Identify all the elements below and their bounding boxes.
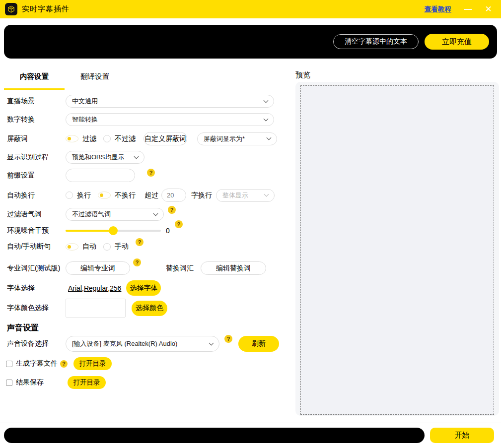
radio-manual[interactable] bbox=[103, 243, 111, 251]
show-process-select[interactable]: 预览和OBS均显示 bbox=[66, 151, 144, 164]
show-process-label: 显示识别过程 bbox=[7, 153, 66, 162]
radio-auto[interactable] bbox=[66, 243, 78, 251]
display-mode-value: 整体显示 bbox=[222, 191, 248, 200]
open-subtitle-dir-button[interactable]: 打开目录 bbox=[73, 357, 112, 370]
app-title: 实时字幕插件 bbox=[22, 4, 70, 14]
radio-no-wrap[interactable] bbox=[98, 192, 111, 199]
blocked-words-display-select[interactable]: 屏蔽词显示为* bbox=[197, 132, 277, 145]
start-button[interactable]: 开始 bbox=[430, 428, 494, 443]
sound-device-value: [输入设备] 麦克风 (Realtek(R) Audio) bbox=[72, 339, 177, 348]
sound-device-help-icon[interactable]: ? bbox=[224, 335, 232, 343]
row-noise: 环境噪音干预 0 ? bbox=[7, 224, 183, 237]
chevron-down-icon bbox=[264, 116, 269, 121]
subtitle-file-checkbox[interactable] bbox=[6, 361, 12, 367]
font-select-label: 字体选择 bbox=[7, 284, 66, 293]
preview-area bbox=[300, 85, 494, 415]
radio-wrap[interactable] bbox=[66, 192, 73, 199]
tutorial-link[interactable]: 查看教程 bbox=[425, 5, 451, 14]
edit-replace-words-button[interactable]: 编辑替换词 bbox=[201, 261, 266, 275]
tab-translate-settings[interactable]: 翻译设置 bbox=[65, 72, 125, 90]
number-convert-select[interactable]: 智能转换 bbox=[66, 113, 274, 126]
radio-manual-label: 手动 bbox=[115, 242, 129, 251]
result-save-label: 结果保存 bbox=[16, 378, 44, 387]
font-color-input[interactable] bbox=[66, 299, 126, 318]
sound-device-label: 声音设备选择 bbox=[7, 339, 66, 348]
noise-slider-fill bbox=[66, 230, 113, 232]
noise-slider-thumb[interactable] bbox=[109, 226, 118, 235]
live-scene-value: 中文通用 bbox=[72, 97, 98, 106]
row-auto-wrap: 自动换行 换行 不换行 超过 字换行 整体显示 bbox=[7, 189, 275, 202]
close-button[interactable]: ✕ bbox=[485, 5, 492, 13]
live-scene-select[interactable]: 中文通用 bbox=[66, 95, 274, 108]
radio-no-filter[interactable] bbox=[103, 135, 111, 142]
chevron-down-icon bbox=[153, 211, 158, 216]
chevron-down-icon bbox=[134, 154, 139, 159]
row-result-save: 结果保存 打开目录 bbox=[6, 376, 106, 389]
show-process-value: 预览和OBS均显示 bbox=[72, 153, 124, 162]
sound-section-title: 声音设置 bbox=[7, 323, 39, 333]
display-mode-select[interactable]: 整体显示 bbox=[216, 189, 275, 202]
prefix-help-icon[interactable]: ? bbox=[147, 169, 155, 177]
pro-words-help-icon[interactable]: ? bbox=[133, 258, 141, 266]
app-logo-icon bbox=[5, 3, 17, 15]
sound-device-select[interactable]: [输入设备] 麦克风 (Realtek(R) Audio) bbox=[66, 336, 219, 352]
noise-help-icon[interactable]: ? bbox=[175, 220, 183, 228]
live-scene-label: 直播场景 bbox=[7, 97, 66, 106]
top-banner: 清空字幕源中的文本 立即充值 bbox=[4, 25, 497, 59]
prefix-input[interactable] bbox=[66, 169, 135, 182]
row-show-process: 显示识别过程 预览和OBS均显示 bbox=[7, 151, 144, 164]
filler-words-select[interactable]: 不过滤语气词 bbox=[66, 208, 164, 221]
row-sound-device: 声音设备选择 [输入设备] 麦克风 (Realtek(R) Audio) ? 刷… bbox=[7, 336, 279, 352]
radio-wrap-label: 换行 bbox=[77, 191, 91, 200]
wrap-suffix-label: 字换行 bbox=[191, 191, 212, 200]
sentence-break-label: 自动/手动断句 bbox=[7, 242, 66, 251]
choose-font-button[interactable]: 选择字体 bbox=[126, 280, 161, 296]
open-result-dir-button[interactable]: 打开目录 bbox=[68, 376, 106, 389]
tab-content-settings[interactable]: 内容设置 bbox=[4, 72, 65, 90]
blocked-words-display-value: 屏蔽词显示为* bbox=[204, 134, 245, 143]
sentence-break-help-icon[interactable]: ? bbox=[136, 238, 143, 246]
chevron-down-icon bbox=[209, 340, 214, 345]
font-color-label: 字体颜色选择 bbox=[7, 304, 66, 313]
subtitle-file-label: 生成字幕文件 bbox=[16, 359, 58, 368]
row-blocked-words: 屏蔽词 过滤 不过滤 自定义屏蔽词 屏蔽词显示为* bbox=[7, 132, 277, 145]
radio-no-wrap-label: 不换行 bbox=[115, 191, 136, 200]
exceed-label: 超过 bbox=[144, 191, 158, 200]
edit-pro-words-button[interactable]: 编辑专业词 bbox=[66, 261, 130, 275]
exceed-count-input[interactable] bbox=[161, 189, 186, 202]
number-convert-value: 智能转换 bbox=[72, 115, 98, 124]
row-live-scene: 直播场景 中文通用 bbox=[7, 95, 274, 108]
noise-label: 环境噪音干预 bbox=[7, 226, 66, 235]
filler-words-help-icon[interactable]: ? bbox=[168, 206, 176, 214]
blocked-words-label: 屏蔽词 bbox=[7, 134, 66, 143]
refresh-button[interactable]: 刷新 bbox=[238, 336, 279, 352]
replace-words-label: 替换词汇 bbox=[166, 264, 194, 273]
subtitle-file-help-icon[interactable]: ? bbox=[60, 360, 68, 368]
noise-slider[interactable] bbox=[66, 230, 161, 232]
minimize-button[interactable]: — bbox=[464, 5, 472, 13]
preview-title: 预览 bbox=[295, 70, 310, 80]
filler-words-value: 不过滤语气词 bbox=[72, 210, 111, 219]
radio-filter-label: 过滤 bbox=[82, 134, 96, 143]
custom-blocked-words-button[interactable]: 自定义屏蔽词 bbox=[143, 132, 187, 145]
row-filler-words: 过滤语气词 不过滤语气词 ? bbox=[7, 208, 176, 221]
chevron-down-icon bbox=[267, 135, 272, 140]
clear-subtitle-source-button[interactable]: 清空字幕源中的文本 bbox=[333, 34, 419, 49]
choose-color-button[interactable]: 选择颜色 bbox=[132, 301, 167, 316]
chevron-down-icon bbox=[264, 98, 269, 103]
radio-no-filter-label: 不过滤 bbox=[115, 134, 136, 143]
auto-wrap-label: 自动换行 bbox=[7, 191, 66, 200]
row-number-convert: 数字转换 智能转换 bbox=[7, 113, 274, 126]
result-save-checkbox[interactable] bbox=[6, 380, 12, 386]
footer-divider bbox=[0, 423, 501, 423]
current-font-link[interactable]: Arial,Regular,256 bbox=[68, 284, 121, 292]
row-prefix: 前缀设置 ? bbox=[7, 169, 155, 182]
radio-filter[interactable] bbox=[66, 135, 78, 142]
row-sentence-break: 自动/手动断句 自动 手动 ? bbox=[7, 242, 143, 251]
chevron-down-icon bbox=[264, 192, 269, 197]
pro-words-label: 专业词汇(测试版) bbox=[7, 264, 66, 273]
recharge-button[interactable]: 立即充值 bbox=[425, 34, 489, 50]
filler-words-label: 过滤语气词 bbox=[7, 210, 66, 219]
noise-value: 0 bbox=[166, 227, 170, 235]
row-pro-words: 专业词汇(测试版) 编辑专业词 ? 替换词汇 编辑替换词 bbox=[7, 261, 266, 275]
